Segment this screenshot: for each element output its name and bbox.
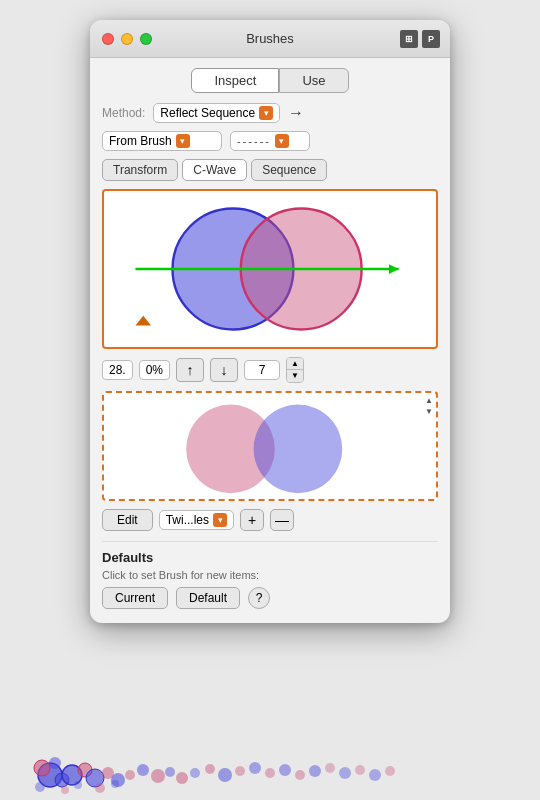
minimize-button[interactable] [121, 33, 133, 45]
dash-select[interactable]: ------ ▾ [230, 131, 310, 151]
svg-point-27 [279, 764, 291, 776]
svg-point-11 [78, 763, 92, 777]
default-button[interactable]: Default [176, 587, 240, 609]
svg-point-25 [249, 762, 261, 774]
svg-point-8 [34, 760, 50, 776]
mode-buttons-row: Transform C-Wave Sequence [102, 159, 438, 181]
svg-point-33 [369, 769, 381, 781]
minus-icon: — [275, 512, 289, 528]
brush-name-select[interactable]: Twi...les ▾ [159, 510, 234, 530]
from-brush-arrow-icon: ▾ [176, 134, 190, 148]
svg-point-15 [111, 773, 125, 787]
defaults-section: Defaults Click to set Brush for new item… [102, 541, 438, 609]
close-button[interactable] [102, 33, 114, 45]
tab-row: Inspect Use [102, 68, 438, 93]
up-arrow-icon: ↑ [187, 362, 194, 378]
svg-marker-4 [135, 316, 151, 326]
svg-point-29 [309, 765, 321, 777]
svg-point-12 [49, 757, 61, 769]
layout-icon[interactable]: ⊞ [400, 30, 418, 48]
scroll-up-icon[interactable]: ▲ [425, 395, 433, 406]
venn-svg [104, 191, 436, 347]
from-brush-label: From Brush [109, 134, 172, 148]
svg-point-26 [265, 768, 275, 778]
add-icon: + [248, 512, 256, 528]
preview-area: ▲ ▼ [102, 391, 438, 501]
brush-name-arrow-icon: ▾ [213, 513, 227, 527]
svg-point-32 [355, 765, 365, 775]
value-input[interactable] [244, 360, 280, 380]
number-label: 28. [102, 360, 133, 380]
add-button[interactable]: + [240, 509, 264, 531]
minus-button[interactable]: — [270, 509, 294, 531]
svg-point-35 [35, 782, 45, 792]
sequence-button[interactable]: Sequence [251, 159, 327, 181]
down-arrow-icon: ↓ [221, 362, 228, 378]
edit-button[interactable]: Edit [102, 509, 153, 531]
svg-point-20 [176, 772, 188, 784]
svg-point-9 [55, 773, 69, 787]
panel-content: Inspect Use Method: Reflect Sequence ▾ →… [90, 58, 450, 623]
svg-point-14 [102, 767, 114, 779]
method-arrow-icon: ▾ [259, 106, 273, 120]
svg-point-38 [95, 783, 105, 793]
svg-point-22 [205, 764, 215, 774]
svg-point-39 [111, 780, 119, 788]
plugin-icon[interactable]: P [422, 30, 440, 48]
dash-arrow-icon: ▾ [275, 134, 289, 148]
svg-point-24 [235, 766, 245, 776]
titlebar-buttons [102, 33, 152, 45]
edit-row: Edit Twi...les ▾ + — [102, 509, 438, 531]
svg-point-17 [137, 764, 149, 776]
controls-row: 28. 0% ↑ ↓ ▲ ▼ [102, 357, 438, 383]
up-button[interactable]: ↑ [176, 358, 204, 382]
maximize-button[interactable] [140, 33, 152, 45]
scattered-dots [0, 620, 540, 800]
method-forward-arrow: → [288, 104, 304, 122]
svg-point-21 [190, 768, 200, 778]
svg-point-23 [218, 768, 232, 782]
svg-marker-3 [389, 264, 399, 274]
svg-point-30 [325, 763, 335, 773]
svg-point-13 [86, 769, 104, 787]
tab-inspect[interactable]: Inspect [191, 68, 279, 93]
venn-diagram-area [102, 189, 438, 349]
from-brush-select[interactable]: From Brush ▾ [102, 131, 222, 151]
method-select[interactable]: Reflect Sequence ▾ [153, 103, 280, 123]
percent-label: 0% [139, 360, 170, 380]
brush-name-label: Twi...les [166, 513, 209, 527]
tab-use[interactable]: Use [279, 68, 348, 93]
svg-point-7 [38, 763, 62, 787]
stepper-up-button[interactable]: ▲ [287, 358, 303, 370]
window-title: Brushes [246, 31, 294, 46]
transform-button[interactable]: Transform [102, 159, 178, 181]
value-stepper[interactable]: ▲ ▼ [286, 357, 304, 383]
preview-svg [104, 393, 436, 499]
defaults-description: Click to set Brush for new items: [102, 569, 438, 581]
method-label: Method: [102, 106, 145, 120]
svg-point-31 [339, 767, 351, 779]
svg-point-16 [125, 770, 135, 780]
brushes-window: Brushes ⊞ P Inspect Use Method: Reflect … [90, 20, 450, 623]
defaults-title: Defaults [102, 550, 438, 565]
cwave-button[interactable]: C-Wave [182, 159, 247, 181]
preview-scrollbar[interactable]: ▲ ▼ [422, 393, 436, 499]
svg-point-10 [62, 765, 82, 785]
svg-point-6 [254, 405, 343, 494]
down-button[interactable]: ↓ [210, 358, 238, 382]
from-brush-row: From Brush ▾ ------ ▾ [102, 131, 438, 151]
stepper-down-button[interactable]: ▼ [287, 370, 303, 382]
method-value: Reflect Sequence [160, 106, 255, 120]
svg-point-36 [61, 786, 69, 794]
svg-point-34 [385, 766, 395, 776]
svg-point-37 [74, 781, 82, 789]
dash-value: ------ [237, 135, 271, 147]
svg-point-28 [295, 770, 305, 780]
scroll-down-icon[interactable]: ▼ [425, 406, 433, 417]
titlebar: Brushes ⊞ P [90, 20, 450, 58]
titlebar-right-icons: ⊞ P [400, 30, 440, 48]
current-button[interactable]: Current [102, 587, 168, 609]
help-button[interactable]: ? [248, 587, 270, 609]
svg-point-18 [151, 769, 165, 783]
svg-point-19 [165, 767, 175, 777]
